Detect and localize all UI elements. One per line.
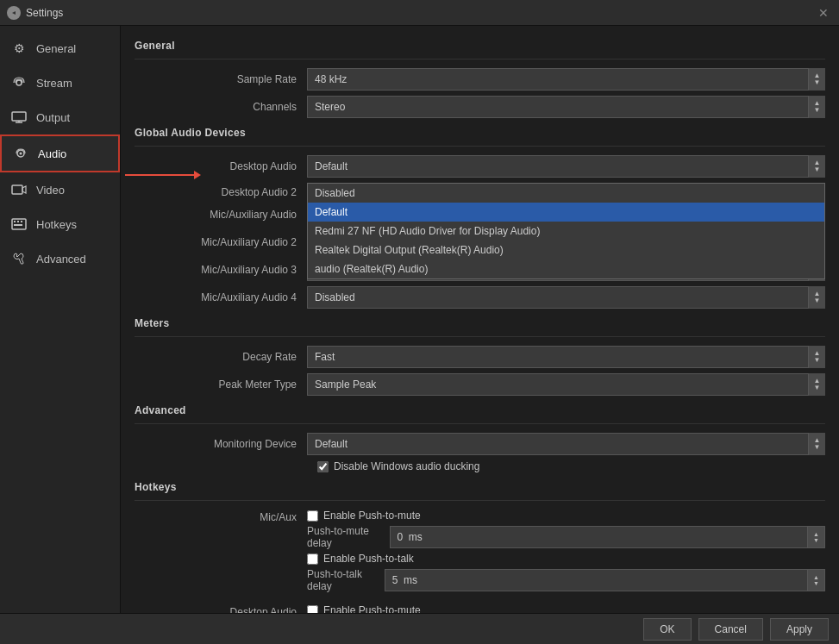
- ok-button[interactable]: OK: [643, 618, 691, 641]
- arrow-down-icon: ▼: [814, 385, 821, 391]
- desktop-audio-2-dropdown[interactable]: Disabled Default Redmi 27 NF (HD Audio D…: [307, 183, 825, 279]
- arrow-annotation: [125, 171, 201, 179]
- push-to-talk-delay-label: Push-to-talk delay: [307, 568, 378, 592]
- peak-meter-arrows: ▲ ▼: [808, 373, 825, 396]
- mic-aux-4-control: Disabled ▲ ▼: [307, 286, 825, 309]
- push-to-mute-delay-spinbox: ▲ ▼: [390, 526, 825, 548]
- keyboard-icon: [10, 216, 28, 233]
- main-layout: ⚙ General Stream: [0, 26, 839, 613]
- sample-rate-select-wrapper[interactable]: 48 kHz ▲ ▼: [307, 68, 825, 91]
- peak-meter-select-wrapper[interactable]: Sample Peak ▲ ▼: [307, 373, 825, 396]
- desktop-audio-row: Desktop Audio Default ▲ ▼: [135, 155, 825, 178]
- desktop-audio-select-wrapper[interactable]: Default ▲ ▼: [307, 155, 825, 178]
- svg-point-1: [16, 80, 22, 85]
- section-advanced: Advanced Monitoring Device Default ▲ ▼ D…: [135, 404, 825, 472]
- push-to-talk-delay-arrows: ▲ ▼: [808, 569, 825, 591]
- sidebar-item-video[interactable]: Video: [0, 172, 120, 207]
- monitoring-device-control: Default ▲ ▼: [307, 433, 825, 455]
- mic-aux-label: Mic/Auxiliary Audio: [135, 209, 307, 221]
- sample-rate-arrows: ▲ ▼: [808, 68, 825, 91]
- section-hotkeys: Hotkeys Mic/Aux Enable Push-to-mute Push…: [135, 481, 825, 613]
- push-to-talk-delay-spinbox: ▲ ▼: [385, 569, 825, 591]
- mic-aux-hotkeys-controls: Enable Push-to-mute Push-to-mute delay ▲…: [307, 510, 825, 597]
- sidebar-item-hotkeys[interactable]: Hotkeys: [0, 207, 120, 241]
- monitoring-device-select[interactable]: Default: [307, 433, 825, 455]
- dropdown-item-realtek-audio[interactable]: audio (Realtek(R) Audio): [308, 259, 824, 278]
- channels-select-wrapper[interactable]: Stereo ▲ ▼: [307, 96, 825, 118]
- section-general: General Sample Rate 48 kHz ▲ ▼ Channels: [135, 40, 825, 118]
- channels-arrows: ▲ ▼: [808, 96, 825, 118]
- peak-meter-label: Peak Meter Type: [135, 378, 307, 391]
- enable-push-to-mute-label: Enable Push-to-mute: [323, 510, 421, 522]
- peak-meter-select[interactable]: Sample Peak: [307, 373, 825, 396]
- decay-rate-arrows: ▲ ▼: [808, 346, 825, 368]
- mic-aux-2-label: Mic/Auxiliary Audio 2: [135, 236, 307, 248]
- channels-label: Channels: [135, 101, 307, 113]
- audio-ducking-label: Disable Windows audio ducking: [334, 460, 479, 472]
- mic-aux-4-arrows: ▲ ▼: [808, 286, 825, 309]
- mic-aux-4-select[interactable]: Disabled: [307, 286, 825, 309]
- desktop-enable-push-to-mute-checkbox[interactable]: [307, 605, 318, 614]
- apply-button[interactable]: Apply: [770, 618, 829, 641]
- desktop-audio-2-row: Desktop Audio 2 Disabled Default Redmi 2…: [135, 183, 825, 198]
- channels-row: Channels Stereo ▲ ▼: [135, 96, 825, 118]
- push-to-talk-delay-row: Push-to-talk delay ▲ ▼: [307, 568, 825, 592]
- sample-rate-select[interactable]: 48 kHz: [307, 68, 825, 91]
- sidebar-item-audio[interactable]: Audio: [0, 134, 120, 172]
- desktop-audio-arrows: ▲ ▼: [808, 155, 825, 178]
- push-to-talk-delay-input[interactable]: [385, 569, 808, 591]
- dropdown-item-realtek-digital[interactable]: Realtek Digital Output (Realtek(R) Audio…: [308, 241, 824, 259]
- sidebar-item-label: Hotkeys: [36, 218, 77, 231]
- dropdown-item-disabled[interactable]: Disabled: [308, 184, 824, 203]
- push-to-mute-delay-label: Push-to-mute delay: [307, 525, 383, 549]
- mic-aux-4-label: Mic/Auxiliary Audio 4: [135, 291, 307, 303]
- mic-aux-4-row: Mic/Auxiliary Audio 4 Disabled ▲ ▼: [135, 286, 825, 309]
- arrow-down-icon: ▼: [814, 107, 821, 114]
- audio-icon: [12, 145, 29, 162]
- svg-point-6: [20, 153, 22, 155]
- decay-rate-select[interactable]: Fast: [307, 346, 825, 368]
- arrow-down-icon: ▼: [814, 166, 821, 173]
- sidebar-item-label: Audio: [38, 147, 66, 160]
- sidebar-item-general[interactable]: ⚙ General: [0, 31, 120, 66]
- arrow-up-icon: ▲: [813, 531, 819, 537]
- monitoring-device-label: Monitoring Device: [135, 438, 307, 450]
- arrow-down-icon: ▼: [814, 357, 821, 364]
- gear-icon: ⚙: [10, 40, 28, 57]
- monitoring-device-select-wrapper[interactable]: Default ▲ ▼: [307, 433, 825, 455]
- enable-push-to-talk-checkbox[interactable]: [307, 553, 318, 565]
- arrow-line: [125, 174, 194, 176]
- sidebar-item-stream[interactable]: Stream: [0, 66, 120, 100]
- section-header-general: General: [135, 40, 825, 52]
- sidebar-item-label: Video: [36, 184, 65, 197]
- mic-aux-hotkeys-row: Mic/Aux Enable Push-to-mute Push-to-mute…: [135, 510, 825, 597]
- decay-rate-select-wrapper[interactable]: Fast ▲ ▼: [307, 346, 825, 368]
- cancel-button[interactable]: Cancel: [698, 618, 763, 641]
- content-area: General Sample Rate 48 kHz ▲ ▼ Channels: [121, 26, 839, 613]
- sample-rate-control: 48 kHz ▲ ▼: [307, 68, 825, 91]
- arrow-down-icon: ▼: [813, 580, 819, 586]
- sidebar-item-label: General: [36, 42, 76, 55]
- sidebar-item-label: Output: [36, 111, 70, 124]
- mic-aux-4-select-wrapper[interactable]: Disabled ▲ ▼: [307, 286, 825, 309]
- section-meters: Meters Decay Rate Fast ▲ ▼ Peak Meter Ty…: [135, 317, 825, 396]
- wrench-icon: [10, 250, 28, 267]
- desktop-audio-2-label: Desktop Audio 2: [135, 183, 307, 198]
- section-header-advanced: Advanced: [135, 404, 825, 416]
- sidebar-item-advanced[interactable]: Advanced: [0, 241, 120, 276]
- audio-ducking-checkbox[interactable]: [317, 461, 329, 472]
- sidebar-item-label: Advanced: [36, 253, 86, 266]
- sidebar-item-output[interactable]: Output: [0, 100, 120, 134]
- push-to-mute-delay-input[interactable]: [390, 526, 808, 548]
- mic-aux-3-label: Mic/Auxiliary Audio 3: [135, 264, 307, 276]
- arrow-down-icon: ▼: [813, 537, 819, 543]
- enable-push-to-mute-checkbox[interactable]: [307, 510, 318, 522]
- output-icon: [10, 109, 28, 126]
- channels-select[interactable]: Stereo: [307, 96, 825, 118]
- dropdown-item-redmi[interactable]: Redmi 27 NF (HD Audio Driver for Display…: [308, 222, 824, 241]
- push-to-mute-delay-arrows: ▲ ▼: [808, 526, 825, 548]
- close-button[interactable]: ✕: [815, 4, 832, 22]
- desktop-audio-select[interactable]: Default: [307, 155, 825, 178]
- dropdown-item-default[interactable]: Default: [308, 203, 824, 222]
- section-header-hotkeys: Hotkeys: [135, 481, 825, 493]
